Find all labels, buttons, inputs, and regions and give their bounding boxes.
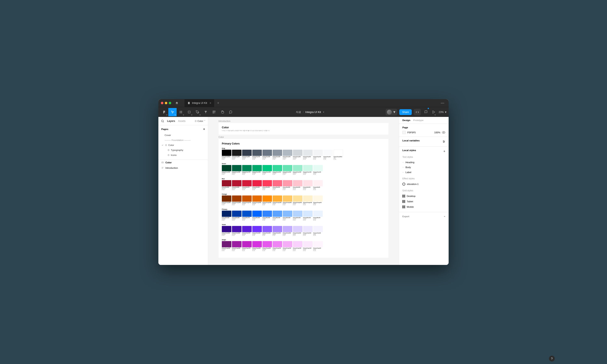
swatch[interactable]: Primary/Grape/600#d633e0R G B: [252, 241, 262, 251]
swatch[interactable]: Primary/Blue/800#003ba6R G B: [232, 211, 242, 221]
swatch[interactable]: Primary/Gray/600#6b7684R G B: [262, 150, 272, 160]
present-button[interactable]: [431, 108, 437, 116]
swatch[interactable]: Primary/Gray/900#1a1a1aR G B: [232, 150, 242, 160]
file-tab[interactable]: Integra UI Kit ×: [184, 99, 214, 107]
swatch[interactable]: Primary/Red/300#ff99acR G B: [283, 180, 292, 191]
swatch[interactable]: Primary/Green/500#00c881R G B: [262, 165, 272, 175]
tab-design[interactable]: Design: [402, 119, 410, 121]
search-icon[interactable]: [161, 119, 164, 123]
swatch[interactable]: Primary/Orange/900#7a2e00R G B: [222, 195, 231, 206]
swatch[interactable]: Primary/Orange/300#ffc966R G B: [283, 195, 292, 206]
user-avatar[interactable]: ▼: [386, 109, 397, 116]
shape-tool[interactable]: [185, 108, 193, 116]
layer-item-introduction[interactable]: Introduction: [158, 165, 208, 171]
swatch[interactable]: Primary/Violet/400#a685ffR G B: [273, 226, 282, 236]
swatch[interactable]: Primary/Green/900#00432aR G B: [222, 165, 231, 175]
page-item-cover[interactable]: Cover: [158, 133, 208, 138]
swatch[interactable]: Primary/Gray/300#d1d6dbR G B: [293, 150, 302, 160]
swatch[interactable]: Primary/Blue/600#0066ffR G B: [252, 211, 262, 221]
swatch[interactable]: Primary/Blue/400#5ca3ffR G B: [273, 211, 282, 221]
page-selector[interactable]: Color ⌃: [195, 120, 206, 122]
swatch[interactable]: Primary/Orange/50#fff8e6R G B: [313, 195, 323, 206]
swatch[interactable]: Primary/Gray/200#e5e8ebR G B: [303, 150, 313, 160]
swatch[interactable]: Primary/Red/50#fff0f3R G B: [313, 180, 323, 191]
swatch[interactable]: Primary/Orange/700#cc5500R G B: [242, 195, 252, 206]
new-tab-button[interactable]: +: [214, 101, 222, 105]
swatch[interactable]: Primary/Green/400#33d99aR G B: [273, 165, 282, 175]
add-export-button[interactable]: +: [444, 215, 445, 218]
zoom-control[interactable]: 23%▼: [439, 111, 447, 114]
page-item-icons[interactable]: Icons: [158, 153, 208, 157]
frame-tool[interactable]: [177, 108, 185, 116]
swatch[interactable]: Primary/Gray/500#8b95a1R G B: [273, 150, 282, 160]
swatch[interactable]: Primary/Grape/400#ef85f4R G B: [273, 241, 282, 251]
page-color-swatch[interactable]: [402, 131, 406, 134]
swatch[interactable]: Primary/Orange/500#ff8a00R G B: [262, 195, 272, 206]
swatch[interactable]: Primary/Red/700#d41a3bR G B: [242, 180, 252, 191]
close-window-icon[interactable]: [161, 102, 163, 104]
swatch[interactable]: Primary/Red/900#991126R G B: [222, 180, 231, 191]
close-tab-icon[interactable]: ×: [210, 101, 211, 105]
grid-style-item[interactable]: Tablet: [402, 199, 445, 204]
settings-icon[interactable]: [442, 140, 445, 143]
swatch[interactable]: Primary/Green/700#008557R G B: [242, 165, 252, 175]
swatch[interactable]: Primary/Blue/500#3385ffR G B: [262, 211, 272, 221]
swatch[interactable]: Primary/Red/200#ffc4ceR G B: [293, 180, 302, 191]
swatch[interactable]: Primary/Grape/100#fce8fdR G B: [303, 241, 313, 251]
frame-label-intro[interactable]: Introduction: [219, 120, 388, 122]
swatch[interactable]: Primary/Violet/200#dacfffR G B: [293, 226, 302, 236]
swatch[interactable]: Primary/Violet/700#5c1dd9R G B: [242, 226, 252, 236]
swatch[interactable]: Primary/Green/800#006241R G B: [232, 165, 242, 175]
swatch[interactable]: Primary/Green/300#66e3b3R G B: [283, 165, 292, 175]
swatch[interactable]: Primary/Gray/50#f9fafbR G B: [323, 150, 333, 160]
swatch[interactable]: Primary/Red/800#b51530R G B: [232, 180, 242, 191]
swatch[interactable]: Primary/Grape/200#fad1fcR G B: [293, 241, 302, 251]
swatch[interactable]: Primary/Violet/900#330a8aR G B: [222, 226, 231, 236]
grid-style-item[interactable]: Mobile: [402, 204, 445, 209]
swatch[interactable]: Primary/Violet/300#c2adffR G B: [283, 226, 292, 236]
page-item-color[interactable]: Color: [158, 143, 208, 148]
swatch[interactable]: Primary/Green/600#00a86bR G B: [252, 165, 262, 175]
swatch[interactable]: Primary/Red/500#ff3b5cR G B: [262, 180, 272, 191]
swatch[interactable]: Primary/Orange/200#ffe099R G B: [293, 195, 302, 206]
swatch[interactable]: Primary/Orange/400#ffad33R G B: [273, 195, 282, 206]
dev-mode-button[interactable]: [414, 109, 421, 115]
effect-style-item[interactable]: elevation-1: [402, 181, 445, 187]
swatch[interactable]: Primary/Violet/500#8a5cffR G B: [262, 226, 272, 236]
swatch[interactable]: Primary/Blue/50#ebf3ffR G B: [313, 211, 323, 221]
swatch[interactable]: Primary/Green/50#e6fbf3R G B: [313, 165, 323, 175]
swatch[interactable]: Primary/Gray/Black#000000R G B: [222, 150, 231, 160]
swatch[interactable]: Primary/Red/600#ed2045R G B: [252, 180, 262, 191]
swatch[interactable]: Primary/Violet/800#4712b0R G B: [232, 226, 242, 236]
swatch[interactable]: Primary/Violet/600#7033ffR G B: [252, 226, 262, 236]
move-tool[interactable]: [168, 108, 177, 116]
page-color-opacity[interactable]: 100%: [434, 131, 440, 134]
visibility-icon[interactable]: [442, 131, 445, 134]
swatch[interactable]: Primary/Red/400#ff6b85R G B: [273, 180, 282, 191]
swatch[interactable]: Primary/Gray/800#333d4bR G B: [242, 150, 252, 160]
tab-layers[interactable]: Layers: [167, 120, 175, 122]
swatch[interactable]: Primary/Blue/900#002266R G B: [222, 211, 231, 221]
tab-assets[interactable]: Assets: [178, 120, 186, 122]
swatch[interactable]: Primary/Gray/400#b0b8c1R G B: [283, 150, 292, 160]
swatch[interactable]: Primary/Grape/900#701a75R G B: [222, 241, 231, 251]
swatch[interactable]: Primary/Grape/300#f5adf8R G B: [283, 241, 292, 251]
add-style-button[interactable]: +: [443, 149, 445, 153]
swatch[interactable]: Primary/Violet/100#ece5ffR G B: [303, 226, 313, 236]
swatch[interactable]: Primary/Blue/100#d6e8ffR G B: [303, 211, 313, 221]
home-button[interactable]: [173, 99, 181, 107]
tab-prototype[interactable]: Prototype: [413, 119, 423, 121]
text-style-item[interactable]: Heading: [402, 160, 445, 165]
swatch[interactable]: Primary/Green/200#99edccR G B: [293, 165, 302, 175]
share-button[interactable]: Share: [399, 109, 412, 115]
page-item-typography[interactable]: Typography: [158, 148, 208, 153]
swatch[interactable]: Primary/Grape/700#bf24c7R G B: [242, 241, 252, 251]
window-menu[interactable]: [439, 103, 446, 104]
page-color-hex[interactable]: F5F5F5: [407, 131, 433, 134]
swatch[interactable]: Primary/Grape/500#e659edR G B: [262, 241, 272, 251]
maximize-window-icon[interactable]: [169, 102, 171, 104]
section-label[interactable]: Color: [219, 136, 388, 138]
figma-menu[interactable]: [160, 108, 168, 116]
notifications-button[interactable]: [423, 108, 429, 116]
swatch[interactable]: Primary/Gray/700#4e5968R G B: [252, 150, 262, 160]
